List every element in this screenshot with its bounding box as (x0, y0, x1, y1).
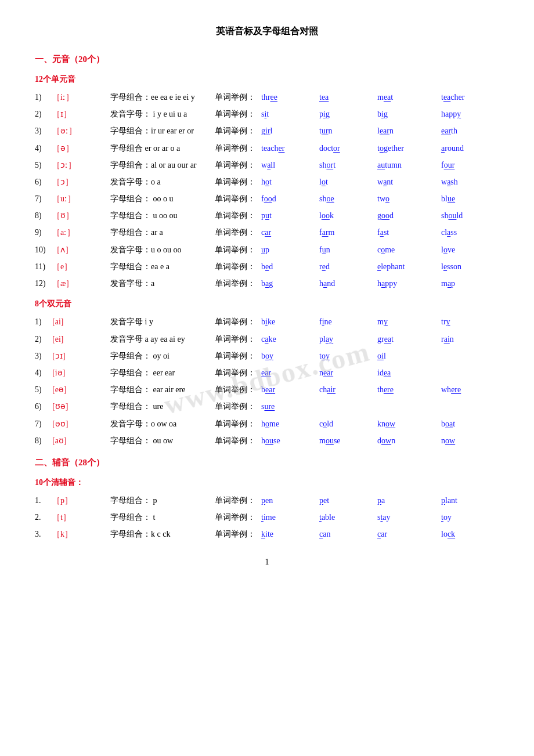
phoneme-desc: 发音字母： i y e ui u a (110, 106, 215, 122)
example-word: lock (441, 530, 455, 538)
example-word: farm (319, 228, 334, 237)
example-word: hand (319, 279, 335, 288)
example-cell: happy (377, 275, 441, 292)
example-cell (441, 348, 499, 364)
examples-label: 单词举例： (215, 224, 261, 241)
example-cell: girl (261, 122, 319, 139)
examples-label: 单词举例： (215, 122, 261, 139)
example-cell: fast (377, 224, 441, 241)
example-cell (441, 398, 499, 415)
example-word: fun (319, 245, 330, 254)
phoneme-symbol: ［ɪ］ (52, 106, 110, 122)
example-cell: cold (319, 415, 377, 432)
phoneme-symbol: ［ə］ (52, 140, 110, 157)
example-word: idea (377, 368, 391, 377)
example-cell: there (377, 381, 441, 398)
example-cell: where (441, 381, 499, 398)
example-cell: try (441, 313, 499, 330)
example-word: happy (377, 279, 397, 288)
example-cell: bike (261, 313, 319, 330)
row-num: 12) (35, 275, 52, 292)
example-word: come (377, 245, 395, 254)
example-word: happy (441, 110, 461, 118)
example-cell: earth (441, 122, 499, 139)
phoneme-symbol: ［æ］ (52, 275, 110, 292)
example-cell: doctor (319, 140, 377, 157)
example-word: four (441, 161, 454, 169)
table-row: 12)［æ］发音字母：a单词举例：baghandhappymap (35, 275, 499, 292)
phoneme-symbol: [əʊ] (52, 415, 110, 432)
phoneme-symbol: [eə] (52, 381, 110, 398)
phoneme-desc: 发音字母：a (110, 275, 215, 292)
example-word: love (441, 245, 455, 254)
subsection3-header: 10个清辅音： (35, 475, 499, 490)
example-cell: bear (261, 381, 319, 398)
example-cell: plant (441, 492, 499, 509)
table-row: 7)[əʊ]发音字母：o ow oa单词举例：homecoldknowboat (35, 415, 499, 432)
example-word: should (441, 211, 463, 220)
example-cell: together (377, 140, 441, 157)
examples-label: 单词举例： (215, 381, 261, 398)
example-cell: oil (377, 348, 441, 364)
example-cell: boat (441, 415, 499, 432)
example-cell (377, 398, 441, 415)
example-word: pet (319, 496, 329, 505)
example-word: boy (261, 352, 273, 360)
example-cell: four (441, 157, 499, 173)
example-word: tea (319, 93, 329, 102)
examples-label: 单词举例： (215, 415, 261, 432)
phoneme-symbol: ［ɔː］ (52, 157, 110, 173)
example-cell: kite (261, 526, 319, 542)
phoneme-symbol: ［uː］ (52, 190, 110, 207)
phoneme-desc: 字母组合： t (110, 509, 215, 526)
example-word: great (377, 335, 394, 343)
example-word: girl (261, 126, 272, 135)
phoneme-symbol: ［ʊ］ (52, 207, 110, 224)
example-word: bike (261, 317, 275, 326)
example-word: chair (319, 385, 335, 394)
example-cell: rain (441, 331, 499, 348)
example-word: mouse (319, 436, 341, 445)
example-word: wash (441, 178, 458, 186)
examples-label: 单词举例： (215, 106, 261, 122)
example-word: around (441, 144, 464, 153)
row-num: 5) (35, 381, 52, 398)
row-num: 1) (35, 89, 52, 106)
table-row: 2)[ei]发音字母 a ay ea ai ey单词举例：cakeplaygre… (35, 331, 499, 348)
example-cell: up (261, 241, 319, 258)
example-cell: pa (377, 492, 441, 509)
example-cell: look (319, 207, 377, 224)
phoneme-symbol: ［k］ (52, 526, 110, 542)
example-word: short (319, 161, 335, 169)
example-cell: want (377, 173, 441, 190)
example-cell: blue (441, 190, 499, 207)
phoneme-desc: 字母组合： p (110, 492, 215, 509)
phoneme-symbol: [aʊ] (52, 432, 110, 449)
example-cell: home (261, 415, 319, 432)
example-cell: toy (319, 348, 377, 364)
example-cell: turn (319, 122, 377, 139)
row-num: 5) (35, 157, 52, 173)
example-cell (319, 398, 377, 415)
row-num: 8) (35, 207, 52, 224)
example-word: near (319, 368, 333, 377)
example-word: wall (261, 161, 275, 169)
example-cell: lot (319, 173, 377, 190)
example-cell: hot (261, 173, 319, 190)
example-cell: pet (319, 492, 377, 509)
example-cell: teacher (261, 140, 319, 157)
examples-label: 单词举例： (215, 526, 261, 542)
example-word: toy (441, 513, 452, 522)
example-word: where (441, 385, 461, 394)
table-row: 7)［uː］字母组合： oo o u单词举例：foodshoetwoblue (35, 190, 499, 207)
phoneme-desc: 字母组合：al or au our ar (110, 157, 215, 173)
examples-label: 单词举例： (215, 258, 261, 275)
table-row: 5)[eə]字母组合： ear air ere单词举例：bearchairthe… (35, 381, 499, 398)
examples-label: 单词举例： (215, 331, 261, 348)
row-num: 9) (35, 224, 52, 241)
example-cell (441, 364, 499, 381)
row-num: 10) (35, 241, 52, 258)
example-cell: chair (319, 381, 377, 398)
example-cell: three (261, 89, 319, 106)
table-row: 8)［ʊ］字母组合： u oo ou单词举例：putlookgoodshould (35, 207, 499, 224)
